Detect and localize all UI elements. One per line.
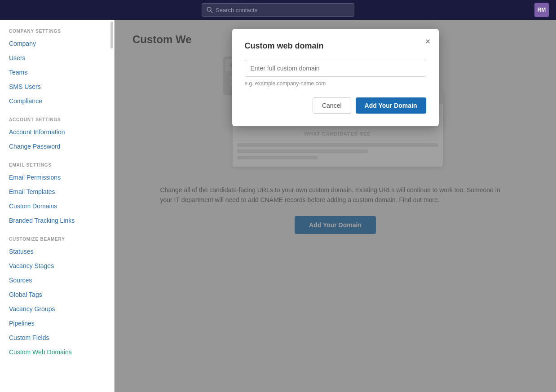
avatar[interactable]: RM: [534, 3, 549, 17]
modal: Custom web domain × e.g. example.company…: [232, 29, 439, 126]
sidebar-section-account: ACCOUNT SETTINGS: [0, 108, 114, 125]
cancel-button[interactable]: Cancel: [313, 97, 351, 114]
sidebar-item-compliance[interactable]: Compliance: [0, 94, 114, 108]
sidebar-item-change-password[interactable]: Change Password: [0, 139, 114, 154]
modal-close-button[interactable]: ×: [425, 37, 431, 46]
topbar: Search contacts RM: [0, 0, 556, 20]
sidebar-item-teams[interactable]: Teams: [0, 65, 114, 79]
search-icon: [207, 7, 213, 13]
sidebar-item-pipelines[interactable]: Pipelines: [0, 316, 114, 330]
sidebar-item-vacancy-stages[interactable]: Vacancy Stages: [0, 259, 114, 273]
modal-hint: e.g. example.company-name.com: [245, 80, 426, 87]
scrollbar[interactable]: [110, 22, 113, 48]
sidebar-item-account-information[interactable]: Account Information: [0, 125, 114, 139]
sidebar-item-sources[interactable]: Sources: [0, 273, 114, 287]
add-domain-button[interactable]: Add Your Domain: [356, 97, 426, 114]
sidebar-item-custom-web-domains[interactable]: Custom Web Domains: [0, 345, 114, 359]
sidebar-item-branded-tracking-links[interactable]: Branded Tracking Links: [0, 213, 114, 228]
sidebar-section-company: COMPANY SETTINGS: [0, 20, 114, 36]
sidebar-item-email-permissions[interactable]: Email Permissions: [0, 170, 114, 185]
search-placeholder: Search contacts: [216, 7, 257, 13]
sidebar-item-global-tags[interactable]: Global Tags: [0, 287, 114, 302]
sidebar-item-sms-users[interactable]: SMS Users: [0, 79, 114, 94]
sidebar-item-custom-fields[interactable]: Custom Fields: [0, 330, 114, 345]
main-content-area: Custom We beamery.com/company-name: [115, 20, 556, 392]
modal-overlay: Custom web domain × e.g. example.company…: [115, 20, 556, 392]
sidebar-item-users[interactable]: Users: [0, 51, 114, 65]
modal-actions: Cancel Add Your Domain: [245, 97, 426, 114]
search-bar[interactable]: Search contacts: [202, 3, 354, 17]
layout: COMPANY SETTINGS Company Users Teams SMS…: [0, 20, 556, 392]
modal-title: Custom web domain: [245, 41, 426, 51]
sidebar-section-email: EMAIL SETTINGS: [0, 154, 114, 170]
domain-input[interactable]: [245, 60, 426, 77]
sidebar: COMPANY SETTINGS Company Users Teams SMS…: [0, 20, 115, 392]
sidebar-section-customize: CUSTOMIZE BEAMERY: [0, 228, 114, 244]
sidebar-item-statuses[interactable]: Statuses: [0, 244, 114, 259]
sidebar-item-company[interactable]: Company: [0, 36, 114, 51]
svg-line-1: [211, 11, 212, 13]
sidebar-item-vacancy-groups[interactable]: Vacancy Groups: [0, 302, 114, 316]
sidebar-item-email-templates[interactable]: Email Templates: [0, 185, 114, 199]
sidebar-item-custom-domains[interactable]: Custom Domains: [0, 199, 114, 213]
